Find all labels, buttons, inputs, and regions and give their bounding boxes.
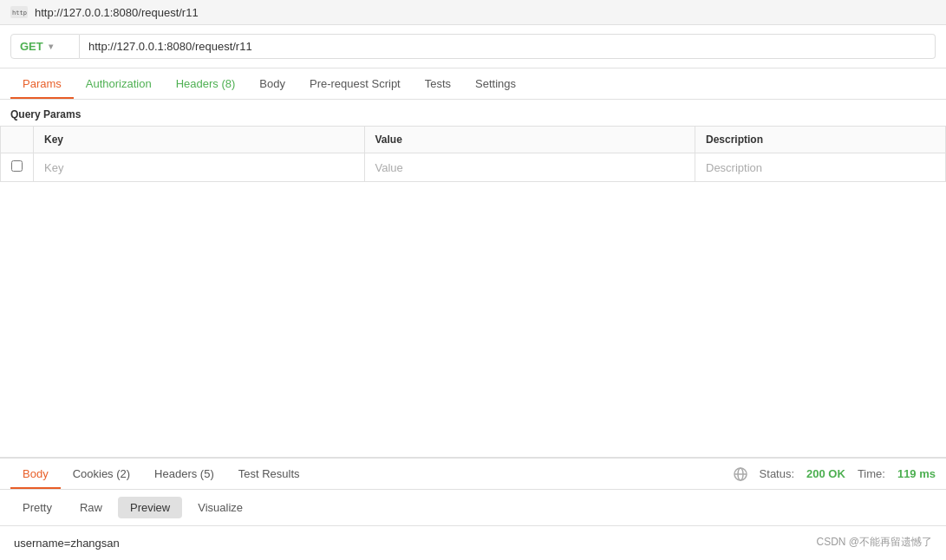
chevron-down-icon: ▾	[49, 42, 53, 51]
request-panel: Query Params Key Value Description Key V…	[0, 100, 946, 457]
watermark: CSDN @不能再留遗憾了	[816, 535, 932, 550]
row-checkbox-input[interactable]	[11, 160, 23, 172]
status-value: 200 OK	[806, 467, 845, 480]
tab-params[interactable]: Params	[10, 68, 74, 99]
query-params-label: Query Params	[0, 100, 946, 126]
main-content: http http://127.0.0.1:8080/request/r11 G…	[0, 0, 946, 560]
time-value: 119 ms	[897, 467, 936, 480]
title-bar: http http://127.0.0.1:8080/request/r11	[0, 0, 946, 25]
request-bar: GET ▾	[0, 25, 946, 68]
format-tab-raw[interactable]: Raw	[68, 497, 114, 518]
time-label: Time:	[858, 467, 885, 480]
tab-pre-request-script[interactable]: Pre-request Script	[297, 68, 413, 99]
globe-icon	[734, 467, 747, 481]
row-value[interactable]: Value	[364, 153, 695, 182]
col-description: Description	[695, 127, 946, 153]
response-tab-body[interactable]: Body	[10, 459, 61, 489]
method-label: GET	[20, 40, 43, 53]
response-status-area: Status: 200 OK Time: 119 ms	[734, 467, 936, 481]
status-label: Status:	[760, 467, 794, 480]
tab-authorization[interactable]: Authorization	[74, 68, 164, 99]
response-panel: Body Cookies (2) Headers (5) Test Result…	[0, 457, 946, 560]
svg-text:http: http	[12, 10, 27, 16]
tab-settings[interactable]: Settings	[463, 68, 528, 99]
response-tab-test-results[interactable]: Test Results	[226, 459, 312, 489]
response-body: username=zhangsan	[0, 526, 946, 560]
response-tab-cookies[interactable]: Cookies (2)	[61, 459, 142, 489]
col-key: Key	[34, 127, 365, 153]
tab-headers[interactable]: Headers (8)	[164, 68, 248, 99]
response-tab-headers[interactable]: Headers (5)	[142, 459, 226, 489]
response-tabs-bar: Body Cookies (2) Headers (5) Test Result…	[0, 459, 946, 490]
format-tab-visualize[interactable]: Visualize	[186, 497, 255, 518]
method-select[interactable]: GET ▾	[10, 34, 80, 59]
col-value: Value	[364, 127, 695, 153]
format-tab-preview[interactable]: Preview	[118, 497, 182, 518]
col-checkbox	[1, 127, 34, 153]
format-tab-pretty[interactable]: Pretty	[10, 497, 64, 518]
table-row[interactable]: Key Value Description	[1, 153, 946, 182]
http-icon: http	[10, 5, 28, 19]
row-key[interactable]: Key	[34, 153, 365, 182]
title-url: http://127.0.0.1:8080/request/r11	[35, 6, 199, 19]
tab-body[interactable]: Body	[247, 68, 297, 99]
response-content: username=zhangsan	[14, 537, 120, 550]
row-checkbox[interactable]	[1, 153, 34, 182]
row-description[interactable]: Description	[695, 153, 946, 182]
request-tabs-bar: Params Authorization Headers (8) Body Pr…	[0, 68, 946, 100]
tab-tests[interactable]: Tests	[413, 68, 463, 99]
format-tabs-bar: Pretty Raw Preview Visualize	[0, 490, 946, 526]
params-table: Key Value Description Key Value Descript…	[0, 126, 946, 182]
url-input[interactable]	[80, 34, 936, 59]
